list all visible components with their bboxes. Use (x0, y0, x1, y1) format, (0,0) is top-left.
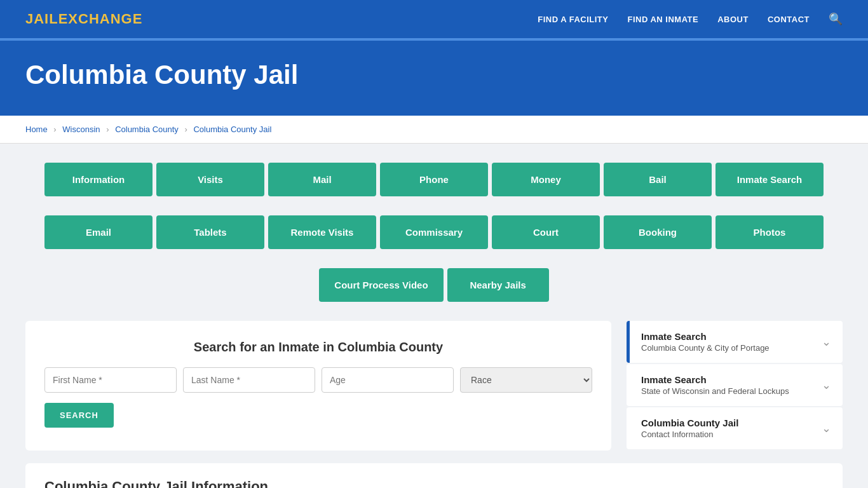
nav-find-facility[interactable]: FIND A FACILITY (538, 15, 608, 24)
bottom-info-section: Columbia County Jail Information (25, 463, 843, 488)
search-heading: Search for an Inmate in Columbia County (44, 340, 592, 355)
breadcrumb-sep-3: › (184, 125, 187, 134)
btn-email[interactable]: Email (44, 215, 153, 249)
nav-links: FIND A FACILITY FIND AN INMATE ABOUT CON… (538, 12, 843, 26)
btn-inmate-search[interactable]: Inmate Search (715, 163, 824, 196)
sidebar-card-columbia-header[interactable]: Inmate Search Columbia County & City of … (630, 321, 843, 363)
sidebar-card-contact-main-title: Columbia County Jail (641, 417, 738, 428)
sidebar-card-contact[interactable]: Columbia County Jail Contact Information… (627, 407, 843, 449)
btn-nearby-jails[interactable]: Nearby Jails (447, 268, 549, 302)
btn-photos[interactable]: Photos (715, 215, 824, 249)
nav-contact[interactable]: CONTACT (768, 15, 810, 24)
age-input[interactable] (322, 367, 454, 393)
btn-booking[interactable]: Booking (604, 215, 712, 249)
btn-court[interactable]: Court (492, 215, 600, 249)
breadcrumb-sep-2: › (106, 125, 109, 134)
content-area: Search for an Inmate in Columbia County … (25, 321, 843, 451)
btn-information[interactable]: Information (44, 163, 153, 196)
chevron-down-icon: ⌄ (822, 335, 831, 349)
last-name-input[interactable] (183, 367, 315, 393)
sidebar-card-state-main-title: Inmate Search (641, 374, 789, 385)
search-fields: Race (44, 367, 592, 393)
btn-court-process-video[interactable]: Court Process Video (319, 268, 443, 302)
chevron-down-icon-2: ⌄ (822, 378, 831, 392)
sidebar-card-state[interactable]: Inmate Search State of Wisconsin and Fed… (627, 364, 843, 406)
first-name-input[interactable] (44, 367, 177, 393)
breadcrumb-home[interactable]: Home (25, 125, 48, 134)
breadcrumb-wisconsin[interactable]: Wisconsin (62, 125, 100, 134)
btn-mail[interactable]: Mail (268, 163, 376, 196)
button-row-3: Court Process Video Nearby Jails (25, 268, 843, 302)
nav-about[interactable]: ABOUT (717, 15, 749, 24)
breadcrumb-sep-1: › (53, 125, 56, 134)
btn-money[interactable]: Money (492, 163, 600, 196)
sidebar-card-columbia-main-title: Inmate Search (641, 331, 770, 342)
sidebar-card-columbia-titles: Inmate Search Columbia County & City of … (641, 331, 770, 353)
bottom-heading: Columbia County Jail Information (44, 478, 824, 488)
breadcrumb: Home › Wisconsin › Columbia County › Col… (0, 116, 868, 144)
sidebar-card-contact-header[interactable]: Columbia County Jail Contact Information… (630, 407, 843, 449)
page-title: Columbia County Jail (25, 60, 843, 90)
search-icon[interactable]: 🔍 (829, 12, 843, 26)
button-row-2: Email Tablets Remote Visits Commissary C… (25, 215, 843, 249)
breadcrumb-columbia-county[interactable]: Columbia County (115, 125, 179, 134)
btn-phone[interactable]: Phone (380, 163, 488, 196)
btn-commissary[interactable]: Commissary (380, 215, 488, 249)
breadcrumb-current[interactable]: Columbia County Jail (193, 125, 271, 134)
inmate-search-box: Search for an Inmate in Columbia County … (25, 321, 611, 451)
search-button[interactable]: SEARCH (44, 403, 114, 428)
sidebar-card-contact-sub-title: Contact Information (641, 430, 738, 439)
race-select[interactable]: Race (460, 367, 592, 393)
main-content: Information Visits Mail Phone Money Bail… (0, 144, 868, 488)
sidebar-card-state-sub-title: State of Wisconsin and Federal Lockups (641, 386, 789, 396)
logo-jail: JAIL (25, 11, 58, 27)
chevron-down-icon-3: ⌄ (822, 421, 831, 435)
nav-find-inmate[interactable]: FIND AN INMATE (627, 15, 698, 24)
sidebar-card-columbia[interactable]: Inmate Search Columbia County & City of … (627, 321, 843, 363)
btn-remote-visits[interactable]: Remote Visits (268, 215, 376, 249)
site-logo[interactable]: JAILEXCHANGE (25, 11, 142, 27)
logo-exchange: EXCHANGE (58, 11, 143, 27)
sidebar-card-contact-titles: Columbia County Jail Contact Information (641, 417, 738, 439)
btn-visits[interactable]: Visits (156, 163, 264, 196)
sidebar-card-state-titles: Inmate Search State of Wisconsin and Fed… (641, 374, 789, 396)
sidebar-card-columbia-sub-title: Columbia County & City of Portage (641, 343, 770, 353)
button-row-1: Information Visits Mail Phone Money Bail… (25, 163, 843, 196)
btn-tablets[interactable]: Tablets (156, 215, 264, 249)
sidebar: Inmate Search Columbia County & City of … (627, 321, 843, 451)
hero-section: Columbia County Jail (0, 41, 868, 116)
btn-bail[interactable]: Bail (604, 163, 712, 196)
sidebar-card-state-header[interactable]: Inmate Search State of Wisconsin and Fed… (630, 364, 843, 406)
navbar: JAILEXCHANGE FIND A FACILITY FIND AN INM… (0, 0, 868, 38)
